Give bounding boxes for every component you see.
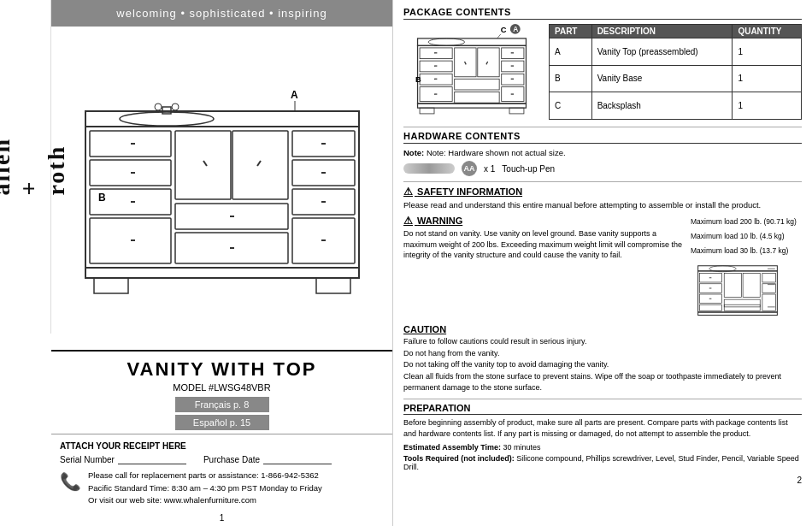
contact-info-row: 📞 Please call for replacement parts or a… [60,470,384,506]
warning-triangle-icon: ⚠ [403,215,413,227]
svg-rect-6 [90,131,171,157]
caution-line: Do not hang from the vanity. [403,348,802,360]
page-number-right: 2 [403,476,802,485]
serial-number-field[interactable] [118,454,186,464]
purchase-date-label: Purchase Date [203,454,332,464]
contact-text: Please call for replacement parts or ass… [88,470,322,506]
svg-rect-31 [94,278,128,293]
left-panel: ®allen+roth welcoming • sophisticated • … [0,0,393,526]
svg-rect-84 [762,284,776,293]
hardware-section: HARDWARE CONTENTS Note: Note: Hardware s… [403,131,802,176]
hardware-item-badge: AA [462,161,477,176]
package-contents-section: C A B PART DESCRIPTION QUANTITY AVanity … [403,24,802,120]
right-panel: PACKAGE CONTENTS [393,0,812,526]
table-row: CBacksplash1 [550,92,802,120]
caution-line: Failure to follow cautions could result … [403,336,802,348]
french-page-button[interactable]: Français p. 8 [175,397,269,412]
package-contents-table: PART DESCRIPTION QUANTITY AVanity Top (p… [549,24,802,120]
hardware-item-name: Touch-up Pen [502,164,555,174]
warning-text: Do not stand on vanity. Use vanity on le… [403,228,684,261]
product-title-area: VANITY WITH TOP MODEL #LWSG48VBR Françai… [51,350,392,434]
svg-rect-5 [85,127,359,268]
table-header-quantity: QUANTITY [733,25,802,38]
svg-line-17 [257,161,261,166]
warning-diagram [691,258,785,318]
warning-right: Maximum load 200 lb. (90.71 kg) Maximum … [691,215,802,320]
table-header-description: DESCRIPTION [591,25,733,38]
svg-rect-8 [90,160,171,186]
max-load-3: Maximum load 30 lb. (13.7 kg) [691,244,802,258]
svg-text:A: A [291,89,298,101]
svg-rect-0 [85,111,359,127]
safety-title: ⚠ SAFETY INFORMATION [403,186,802,198]
svg-rect-30 [85,268,359,278]
max-load-1: Maximum load 200 lb. (90.71 kg) [691,215,802,229]
table-row: AVanity Top (preassembled)1 [550,38,802,66]
svg-rect-16 [232,131,288,199]
hardware-divider [403,127,802,127]
tagline-text: welcoming • sophisticated • inspiring [116,7,327,20]
caution-line: Do not taking off the vanity top to avoi… [403,359,802,371]
caution-line: Clean all fluids from the stone surface … [403,371,802,394]
svg-rect-83 [762,274,776,283]
svg-text:B: B [415,75,421,84]
svg-rect-85 [762,294,776,310]
svg-rect-86 [698,312,778,316]
tagline-bar: welcoming • sophisticated • inspiring [51,0,392,27]
svg-text:C: C [501,26,507,34]
safety-section: ⚠ SAFETY INFORMATION Please read and und… [403,186,802,210]
spanish-page-button[interactable]: Español p. 15 [175,415,269,430]
caution-title: CAUTION [403,324,802,334]
serial-number-label: Serial Number [60,454,186,464]
package-image: C A B [403,24,540,120]
safety-triangle-icon: ⚠ [403,186,413,198]
language-buttons-area: Français p. 8 Español p. 15 [51,397,392,430]
touch-up-pen-icon [403,163,455,174]
warning-left: ⚠ WARNING Do not stand on vanity. Use va… [403,215,684,320]
package-diagram: C A B [403,24,540,118]
svg-rect-82 [724,305,760,311]
package-contents-title: PACKAGE CONTENTS [403,7,802,20]
warning-title: ⚠ WARNING [403,215,684,227]
max-load-labels: Maximum load 200 lb. (90.71 kg) Maximum … [691,215,802,258]
svg-rect-62 [420,108,434,114]
hardware-note: Note: Note: Hardware shown not actual si… [403,148,802,157]
hardware-title: HARDWARE CONTENTS [403,131,802,144]
svg-point-4 [172,103,179,110]
svg-rect-38 [418,45,527,103]
svg-rect-14 [175,131,231,199]
svg-rect-52 [455,92,499,103]
preparation-text: Before beginning assembly of product, ma… [403,417,802,440]
svg-line-15 [203,161,207,166]
product-title: VANITY WITH TOP [51,358,392,381]
hardware-item-qty: x 1 [484,164,495,174]
svg-rect-78 [699,305,721,311]
svg-text:B: B [98,192,106,204]
serial-purchase-row: Serial Number Purchase Date [60,454,384,464]
svg-rect-49 [478,48,499,77]
table-row: BVanity Base1 [550,65,802,92]
svg-rect-80 [743,274,760,298]
svg-point-3 [155,103,162,110]
brand-logo: ®allen+roth [0,138,70,196]
model-number: MODEL #LWSG48VBR [51,382,392,393]
safety-text: Please read and understand this entire m… [403,199,802,210]
preparation-section: PREPARATION Before beginning assembly of… [403,403,802,471]
svg-text:A: A [513,25,518,33]
svg-rect-63 [509,108,524,114]
svg-line-65 [497,34,501,38]
vanity-illustration: A B [77,77,368,299]
logo-area: ®allen+roth [0,0,51,334]
svg-rect-81 [724,299,760,307]
purchase-date-field[interactable] [263,454,332,464]
vanity-image-area: A B [51,27,392,350]
estimated-time: Estimated Assembly Time: 30 minutes [403,443,802,452]
svg-rect-32 [316,278,350,293]
caution-section: CAUTION Failure to follow cautions could… [403,324,802,394]
svg-line-48 [465,62,467,64]
max-load-2: Maximum load 10 lb. (4.5 kg) [691,229,802,244]
svg-rect-51 [455,79,499,90]
svg-rect-69 [698,266,778,271]
svg-rect-71 [698,271,778,312]
prep-divider [403,399,802,399]
